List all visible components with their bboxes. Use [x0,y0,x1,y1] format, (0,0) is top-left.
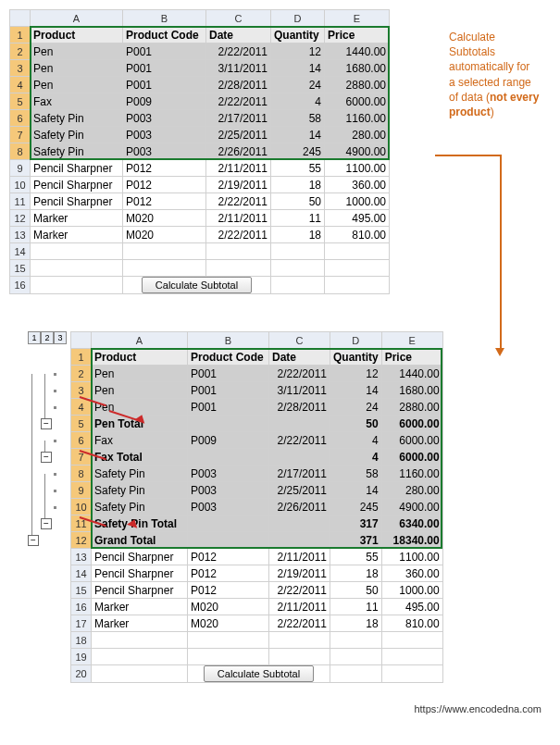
cell[interactable]: 1100.00 [381,549,442,565]
cell[interactable]: M020 [188,599,269,615]
cell[interactable]: 810.00 [381,615,442,632]
cell[interactable]: 12 [271,43,325,60]
cell[interactable]: Marker [31,227,123,243]
cell[interactable] [31,243,123,260]
cell[interactable]: 280.00 [381,482,442,499]
cell[interactable]: P001 [188,399,269,416]
cell[interactable]: 317 [330,515,382,532]
header-cell[interactable]: Product [92,349,188,366]
row-header[interactable]: 4 [10,77,31,93]
header-cell[interactable]: Product [31,27,123,43]
cell[interactable]: 1160.00 [325,110,390,127]
cell[interactable]: Marker [92,615,188,632]
column-header-A[interactable]: A [31,10,123,27]
cell[interactable]: 2/22/2011 [269,615,330,632]
cell[interactable]: P003 [123,143,206,160]
outline-column[interactable]: −−−− [28,346,68,698]
cell[interactable]: 280.00 [325,127,390,143]
cell[interactable] [92,649,188,665]
corner-cell[interactable] [10,10,31,27]
calculate-subtotal-button[interactable]: Calculate Subtotal [204,665,314,682]
cell[interactable]: Grand Total [92,532,188,549]
cell[interactable]: 2/22/2011 [206,93,271,110]
cell[interactable]: Marker [31,210,123,227]
row-header[interactable]: 6 [71,432,92,449]
cell[interactable]: P012 [123,160,206,177]
row-header[interactable]: 15 [71,582,92,599]
cell[interactable] [188,416,269,432]
outline-collapse-icon[interactable]: − [28,535,39,546]
cell[interactable]: 3/11/2011 [206,60,271,77]
row-header[interactable]: 20 [71,665,92,683]
cell[interactable]: 14 [271,60,325,77]
outline-collapse-icon[interactable]: − [41,418,52,429]
cell[interactable]: P012 [188,549,269,565]
cell[interactable]: Safety Pin [31,127,123,143]
cell[interactable]: 24 [271,77,325,93]
cell[interactable]: 50 [330,416,382,432]
row-header[interactable]: 1 [10,27,31,43]
cell[interactable]: 2/22/2011 [206,227,271,243]
row-header[interactable]: 3 [10,60,31,77]
cell[interactable]: Pencil Sharpner [31,160,123,177]
cell[interactable]: 1680.00 [325,60,390,77]
cell[interactable]: 4 [330,432,382,449]
footer-link[interactable]: https://www.encodedna.com [414,703,541,714]
header-cell[interactable]: Quantity [271,27,325,43]
column-header-E[interactable]: E [381,332,442,349]
outline-level-2[interactable]: 2 [41,331,54,344]
row-header[interactable]: 2 [71,366,92,382]
cell[interactable] [188,449,269,466]
cell[interactable]: P012 [188,582,269,599]
cell[interactable]: 11 [330,599,382,615]
cell[interactable]: 360.00 [325,177,390,193]
cell[interactable]: Safety Pin [31,110,123,127]
cell[interactable]: P001 [188,382,269,399]
row-header[interactable]: 18 [71,632,92,649]
cell[interactable] [269,532,330,549]
cell[interactable]: 2/11/2011 [206,160,271,177]
cell[interactable]: 18 [271,177,325,193]
calculate-subtotal-button[interactable]: Calculate Subtotal [142,277,252,293]
column-header-A[interactable]: A [92,332,188,349]
cell[interactable]: 2/26/2011 [206,143,271,160]
column-header-E[interactable]: E [325,10,390,27]
row-header[interactable]: 6 [10,110,31,127]
cell[interactable] [325,260,390,277]
cell[interactable]: Pen [31,77,123,93]
cell[interactable]: 1440.00 [381,366,442,382]
cell[interactable]: P012 [123,193,206,210]
header-cell[interactable]: Date [269,349,330,366]
cell[interactable]: P012 [123,177,206,193]
cell[interactable] [92,632,188,649]
cell[interactable]: 1000.00 [381,582,442,599]
cell[interactable]: 371 [330,532,382,549]
cell[interactable] [269,416,330,432]
cell[interactable]: 12 [330,366,382,382]
header-cell[interactable]: Date [206,27,271,43]
cell[interactable]: 2/25/2011 [206,127,271,143]
cell[interactable]: 18 [271,227,325,243]
row-header[interactable]: 13 [10,227,31,243]
cell[interactable] [269,632,330,649]
row-header[interactable]: 5 [10,93,31,110]
row-header[interactable]: 12 [71,532,92,549]
cell[interactable]: 50 [271,193,325,210]
cell[interactable] [123,243,206,260]
cell[interactable]: 2/22/2011 [269,432,330,449]
cell[interactable]: 18340.00 [381,532,442,549]
outline-collapse-icon[interactable]: − [41,452,52,463]
cell[interactable]: 14 [271,127,325,143]
cell[interactable] [188,632,269,649]
cell[interactable]: Pencil Sharpner [92,582,188,599]
column-header-D[interactable]: D [271,10,325,27]
cell[interactable] [206,243,271,260]
row-header[interactable]: 14 [71,565,92,582]
row-header[interactable]: 2 [10,43,31,60]
header-cell[interactable]: Product Code [188,349,269,366]
cell[interactable]: 55 [330,549,382,565]
cell[interactable]: Safety Pin [92,482,188,499]
cell[interactable]: 6340.00 [381,515,442,532]
cell[interactable]: 1100.00 [325,160,390,177]
cell[interactable] [188,649,269,665]
